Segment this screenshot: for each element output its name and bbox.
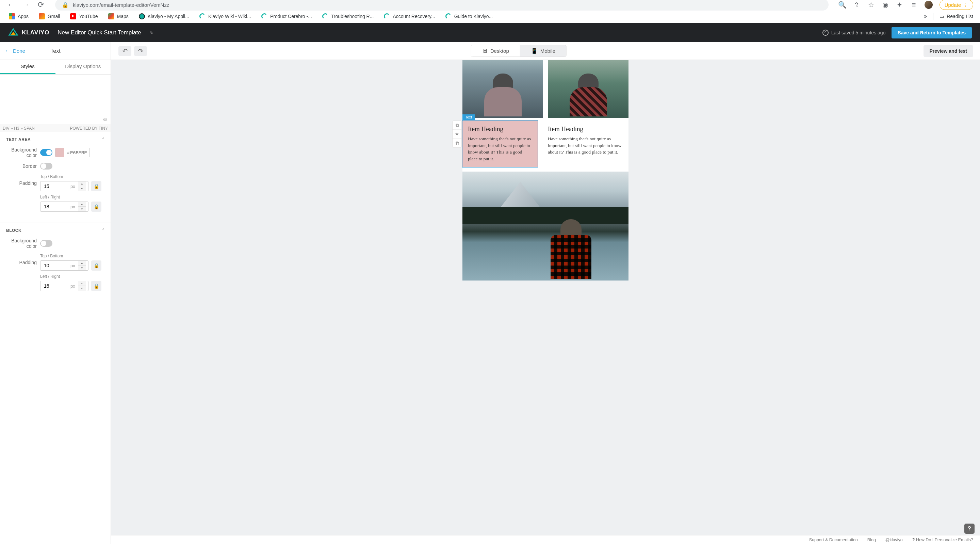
stepper-down-icon[interactable]: ▼ <box>78 266 86 270</box>
footer-personalize-link[interactable]: ? How Do I Personalize Emails? <box>912 538 973 542</box>
klaviyo-arc-icon <box>261 13 267 19</box>
check-circle-icon <box>822 30 829 36</box>
stepper-up-icon[interactable]: ▲ <box>78 182 86 186</box>
device-toggle: 🖥 Desktop 📱 Mobile <box>471 45 566 57</box>
border-toggle[interactable] <box>40 163 52 169</box>
app-header: KLAVIYO New Editor Quick Start Template … <box>0 23 980 42</box>
item-body: Have something that's not quite as impor… <box>548 136 623 156</box>
bookmark-gmail[interactable]: Gmail <box>37 12 62 21</box>
text-area-section: TEXT AREA ˄ Background color #E6BFBF Bor… <box>0 132 111 223</box>
item-heading: Item Heading <box>548 125 623 133</box>
color-swatch[interactable] <box>56 148 64 157</box>
stepper-up-icon[interactable]: ▲ <box>78 261 86 266</box>
puzzle-icon[interactable]: ✦ <box>896 1 904 8</box>
lock-icon[interactable]: 🔒 <box>91 281 102 291</box>
stepper-up-icon[interactable]: ▲ <box>78 202 86 207</box>
save-return-button[interactable]: Save and Return to Templates <box>891 27 972 38</box>
bookmark-guide[interactable]: Guide to Klaviyo... <box>443 12 495 21</box>
stepper-down-icon[interactable]: ▼ <box>78 186 86 191</box>
lock-icon[interactable]: 🔒 <box>91 201 102 212</box>
padding-tb-label: Top / Bottom <box>40 174 102 179</box>
padding-tb-input[interactable] <box>40 182 68 191</box>
forward-icon[interactable]: → <box>22 1 30 9</box>
block-padding-tb-input[interactable] <box>40 261 68 270</box>
bookmarks-bar: Apps Gmail YouTube Maps Klaviyo - My App… <box>0 10 980 23</box>
image-block-large[interactable] <box>463 172 628 281</box>
bookmark-apps[interactable]: Apps <box>7 12 30 21</box>
redo-button[interactable]: ↷ <box>134 46 147 56</box>
delete-icon[interactable]: 🗑 <box>453 139 461 147</box>
klaviyo-logo[interactable]: KLAVIYO <box>8 27 49 38</box>
rich-text-editor[interactable]: ☺ <box>0 75 111 125</box>
maps-icon <box>108 13 115 19</box>
bookmark-youtube[interactable]: YouTube <box>68 12 100 21</box>
url-bar[interactable]: 🔒 klaviyo.com/email-template-editor/VemN… <box>55 0 829 11</box>
bookmark-cerebro[interactable]: Product Cerebro -... <box>259 12 314 21</box>
back-icon[interactable]: ← <box>7 1 15 9</box>
search-icon[interactable]: 🔍 <box>839 1 846 8</box>
help-button[interactable]: ? <box>964 523 975 534</box>
profile-avatar[interactable] <box>924 1 933 9</box>
breadcrumb-path[interactable]: DIV » H3 » SPAN <box>3 126 35 131</box>
bookmarks-overflow-icon[interactable]: » <box>924 13 927 20</box>
undo-button[interactable]: ↶ <box>118 46 131 56</box>
text-block[interactable]: Item Heading Have something that's not q… <box>542 121 628 167</box>
favorite-icon[interactable]: ★ <box>453 130 461 139</box>
bookmark-troubleshooting[interactable]: Troubleshooting R... <box>320 12 376 21</box>
footer-handle-link[interactable]: @klaviyo <box>885 538 903 542</box>
desktop-tab[interactable]: 🖥 Desktop <box>471 45 520 56</box>
edit-title-icon[interactable]: ✎ <box>150 30 153 35</box>
footer-blog-link[interactable]: Blog <box>867 538 876 542</box>
stepper-down-icon[interactable]: ▼ <box>78 286 86 291</box>
padding-label: Padding <box>6 174 40 186</box>
share-icon[interactable]: ⇪ <box>853 1 861 8</box>
playlist-icon[interactable]: ≡ <box>910 1 918 8</box>
tab-display-options[interactable]: Display Options <box>56 60 111 74</box>
lock-icon[interactable]: 🔒 <box>91 260 102 271</box>
stepper-down-icon[interactable]: ▼ <box>78 207 86 211</box>
image-block-right[interactable] <box>548 60 628 118</box>
item-body: Have something that's not quite as impor… <box>468 136 532 162</box>
reading-list-link[interactable]: Reading List <box>947 14 973 19</box>
lock-icon[interactable]: 🔒 <box>91 181 102 191</box>
bookmark-account-recovery[interactable]: Account Recovery... <box>382 12 437 21</box>
border-label: Border <box>6 163 40 169</box>
block-bg-label: Background color <box>6 238 40 249</box>
extension-icon[interactable]: ◉ <box>882 1 889 8</box>
mobile-tab[interactable]: 📱 Mobile <box>520 45 566 56</box>
url-text: klaviyo.com/email-template-editor/VemNzz <box>73 2 169 8</box>
block-header[interactable]: BLOCK ˄ <box>6 228 105 233</box>
apps-icon <box>9 13 15 19</box>
stepper-up-icon[interactable]: ▲ <box>78 281 86 286</box>
template-title: New Editor Quick Start Template <box>57 29 141 36</box>
klaviyo-arc-icon <box>199 13 205 19</box>
bg-color-toggle[interactable] <box>40 149 52 156</box>
reload-icon[interactable]: ⟳ <box>37 1 45 9</box>
padding-lr-label: Left / Right <box>40 195 102 199</box>
padding-lr-input[interactable] <box>40 202 68 211</box>
block-bg-toggle[interactable] <box>40 240 52 247</box>
youtube-icon <box>70 13 76 19</box>
selected-text-block-wrapper: ⧉ ★ 🗑 Text Item Heading Have something t… <box>463 121 538 167</box>
update-button[interactable]: Update ⋮ <box>940 0 973 10</box>
email-template: ⧉ ★ 🗑 Text Item Heading Have something t… <box>463 60 628 281</box>
emoji-icon[interactable]: ☺ <box>102 116 108 123</box>
bookmark-maps[interactable]: Maps <box>106 12 130 21</box>
text-block-selected[interactable]: Item Heading Have something that's not q… <box>463 121 538 167</box>
image-block-left[interactable] <box>463 60 543 118</box>
block-padding-lr-input[interactable] <box>40 281 68 291</box>
editor-toolbar: ← Done Text ↶ ↷ 🖥 Desktop 📱 Mobile Previ… <box>0 42 980 60</box>
duplicate-icon[interactable]: ⧉ <box>453 121 461 130</box>
block-actions: ⧉ ★ 🗑 <box>452 121 462 148</box>
bookmark-klaviyo-wiki[interactable]: Klaviyo Wiki - Wiki... <box>197 12 253 21</box>
block-padding-lr-label: Left / Right <box>40 274 102 279</box>
tab-styles[interactable]: Styles <box>0 60 56 74</box>
preview-test-button[interactable]: Preview and test <box>924 45 974 57</box>
canvas[interactable]: ⧉ ★ 🗑 Text Item Heading Have something t… <box>111 60 980 544</box>
bg-color-input[interactable]: #E6BFBF <box>55 148 90 157</box>
bookmark-klaviyo-app[interactable]: Klaviyo - My Appli... <box>137 12 191 21</box>
footer-support-link[interactable]: Support & Documentation <box>809 538 858 542</box>
block-padding-label: Padding <box>6 254 40 265</box>
text-area-header[interactable]: TEXT AREA ˄ <box>6 137 105 142</box>
star-icon[interactable]: ☆ <box>867 1 875 8</box>
